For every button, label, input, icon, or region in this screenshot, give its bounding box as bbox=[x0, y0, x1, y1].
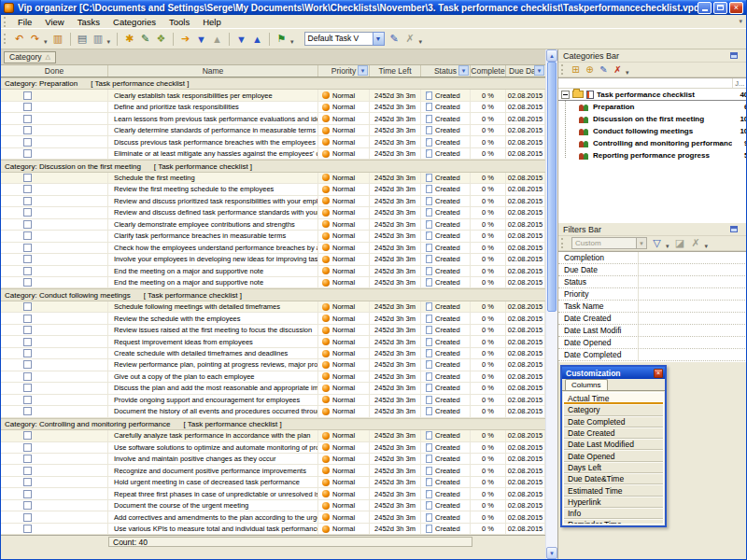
categories-float-button[interactable] bbox=[728, 50, 740, 61]
flag-dropdown-icon[interactable]: ▾ bbox=[290, 38, 294, 46]
scroll-down-button[interactable] bbox=[546, 547, 557, 559]
menu-item-categories[interactable]: Categories bbox=[106, 16, 162, 28]
task-checkbox[interactable] bbox=[23, 490, 32, 498]
task-row[interactable]: Review the first meeting schedule to the… bbox=[1, 184, 545, 195]
menu-item-file[interactable]: File bbox=[11, 16, 38, 28]
filter-row-task-name[interactable]: Task Name bbox=[558, 301, 747, 313]
filter-row-priority[interactable]: Priority bbox=[558, 288, 747, 301]
apply-filter-icon[interactable]: ▽ bbox=[649, 235, 665, 251]
close-button[interactable]: × bbox=[729, 2, 743, 14]
task-checkbox[interactable] bbox=[23, 326, 32, 334]
task-checkbox[interactable] bbox=[23, 360, 32, 369]
task-checkbox[interactable] bbox=[23, 197, 32, 205]
task-checkbox[interactable] bbox=[23, 455, 32, 463]
redo-icon[interactable]: ↷ bbox=[27, 31, 43, 47]
task-checkbox[interactable] bbox=[23, 185, 32, 193]
task-row[interactable]: Review and discuss prioritized task resp… bbox=[1, 196, 545, 207]
filters-float-button[interactable] bbox=[728, 224, 740, 234]
filter-dropdown-icon[interactable]: ▾ bbox=[666, 243, 669, 250]
tree-category-row[interactable]: Preparation66 bbox=[558, 101, 747, 113]
task-row[interactable]: Recognize and document positive performa… bbox=[1, 465, 545, 476]
column-header-done[interactable]: Done bbox=[1, 65, 108, 77]
menu-item-help[interactable]: Help bbox=[196, 16, 228, 28]
task-row[interactable]: Clearly demonstrate employee contributio… bbox=[1, 219, 545, 231]
task-row[interactable]: Define and prioritize task responsibilit… bbox=[1, 102, 545, 113]
task-checkbox[interactable] bbox=[23, 138, 32, 147]
category-group-row[interactable]: Category: Preparation[ Task performance … bbox=[1, 77, 545, 90]
task-row[interactable]: Give out a copy of the plan to each empl… bbox=[1, 371, 545, 383]
group-by-category-button[interactable]: Category △ bbox=[4, 51, 56, 63]
task-row[interactable]: Schedule following meetings with detaile… bbox=[1, 301, 545, 313]
task-row[interactable]: Provide ongoing support and encouragemen… bbox=[1, 395, 545, 406]
task-row[interactable]: Create schedule with detailed timeframes… bbox=[1, 348, 545, 359]
task-row[interactable]: Discuss previous task performance breach… bbox=[1, 136, 545, 147]
new-category-icon[interactable]: ⊞ bbox=[569, 63, 583, 77]
complete-task-icon[interactable]: ➔ bbox=[177, 31, 193, 47]
toolbar-grip[interactable] bbox=[4, 34, 8, 44]
task-row[interactable]: Add correctives and amendments to the pl… bbox=[1, 511, 545, 523]
filter-row-status[interactable]: Status bbox=[558, 276, 747, 288]
task-checkbox[interactable] bbox=[23, 431, 32, 440]
task-checkbox[interactable] bbox=[23, 244, 32, 252]
task-row[interactable]: Review performance plan, pointing at pro… bbox=[1, 359, 545, 371]
filters-toolbar-grip[interactable] bbox=[561, 238, 566, 248]
category-group-row[interactable]: Category: Conduct following meetings[ Ta… bbox=[1, 288, 545, 301]
duplicate-task-icon[interactable]: ❖ bbox=[153, 31, 169, 47]
print-icon[interactable]: ▤ bbox=[75, 31, 91, 47]
categories-pin-button[interactable] bbox=[741, 50, 747, 61]
category-group-row[interactable]: Category: Discussion on the first meetin… bbox=[1, 160, 545, 172]
eraser-icon[interactable]: ◪ bbox=[672, 235, 688, 251]
column-header-name[interactable]: Name bbox=[108, 65, 318, 77]
column-header-time-left[interactable]: Time Left bbox=[370, 65, 421, 77]
task-row[interactable]: Hold urgent meeting in case of decreased… bbox=[1, 477, 545, 488]
customization-item[interactable]: Hyperlink bbox=[564, 497, 663, 508]
task-row[interactable]: Review the schedule with the employeesNo… bbox=[1, 313, 545, 324]
task-row[interactable]: Clearly determine standards of performan… bbox=[1, 125, 545, 136]
titlebar[interactable]: Vip organizer [C:\Documents and Settings… bbox=[1, 0, 746, 15]
task-row[interactable]: Document the course of the urgent meetin… bbox=[1, 500, 545, 511]
task-row[interactable]: Review and discuss defined task performa… bbox=[1, 207, 545, 218]
column-header-status[interactable]: Status bbox=[421, 65, 471, 77]
task-view-combo[interactable]: Default Task V ▼ bbox=[304, 32, 385, 46]
customization-item[interactable]: Reminder Time bbox=[564, 519, 663, 525]
task-checkbox[interactable] bbox=[23, 478, 32, 486]
task-checkbox[interactable] bbox=[23, 338, 32, 346]
task-checkbox[interactable] bbox=[23, 220, 32, 229]
task-row[interactable]: Request improvement ideas from employees… bbox=[1, 336, 545, 347]
customization-item[interactable]: Date Completed bbox=[564, 416, 663, 427]
task-checkbox[interactable] bbox=[23, 443, 32, 452]
collapse-all-icon[interactable]: ▲ bbox=[249, 31, 265, 47]
filters-pin-button[interactable] bbox=[741, 224, 747, 234]
categories-toolbar-grip[interactable] bbox=[561, 64, 566, 75]
column-filter-icon[interactable] bbox=[534, 65, 544, 76]
task-checkbox[interactable] bbox=[23, 91, 32, 100]
paste-icon[interactable]: ▥ bbox=[50, 31, 66, 47]
tree-root-row[interactable]: Task performance checklist4040 bbox=[558, 89, 747, 101]
edit-view-icon[interactable]: ✎ bbox=[387, 31, 402, 47]
filters-options-icon[interactable]: ▾ bbox=[705, 243, 709, 250]
filter-row-date-last-modifi[interactable]: Date Last Modifi bbox=[558, 325, 747, 337]
minimize-button[interactable] bbox=[698, 2, 712, 14]
task-row[interactable]: Carefully analyze task performance in ac… bbox=[1, 430, 545, 441]
task-checkbox[interactable] bbox=[23, 525, 32, 533]
task-row[interactable]: Clearly establish task responsibilities … bbox=[1, 90, 545, 101]
delete-view-icon[interactable]: ✗ bbox=[402, 31, 418, 47]
customization-item[interactable]: Due Date&Time bbox=[564, 473, 663, 484]
task-checkbox[interactable] bbox=[23, 174, 32, 182]
move-down-icon[interactable]: ▼ bbox=[193, 31, 209, 47]
task-row[interactable]: Involve your employees in developing new… bbox=[1, 254, 545, 265]
undo-icon[interactable]: ↶ bbox=[11, 31, 27, 47]
task-checkbox[interactable] bbox=[23, 103, 32, 111]
filter-row-date-opened[interactable]: Date Opened bbox=[558, 337, 747, 349]
filter-preset-combo[interactable]: Custom bbox=[571, 237, 637, 249]
menu-item-tasks[interactable]: Tasks bbox=[71, 16, 106, 28]
tree-category-row[interactable]: Reporting performance progress55 bbox=[558, 149, 747, 161]
restore-button[interactable] bbox=[713, 2, 727, 14]
menubar-grip[interactable] bbox=[4, 17, 8, 27]
customization-item[interactable]: Days Left bbox=[564, 462, 663, 473]
scroll-up-button[interactable] bbox=[546, 49, 557, 62]
task-row[interactable]: Check how the employees understand perfo… bbox=[1, 243, 545, 254]
filter-row-date-created[interactable]: Date Created bbox=[558, 313, 747, 325]
task-checkbox[interactable] bbox=[23, 115, 32, 123]
move-up-icon[interactable]: ▲ bbox=[209, 31, 225, 47]
